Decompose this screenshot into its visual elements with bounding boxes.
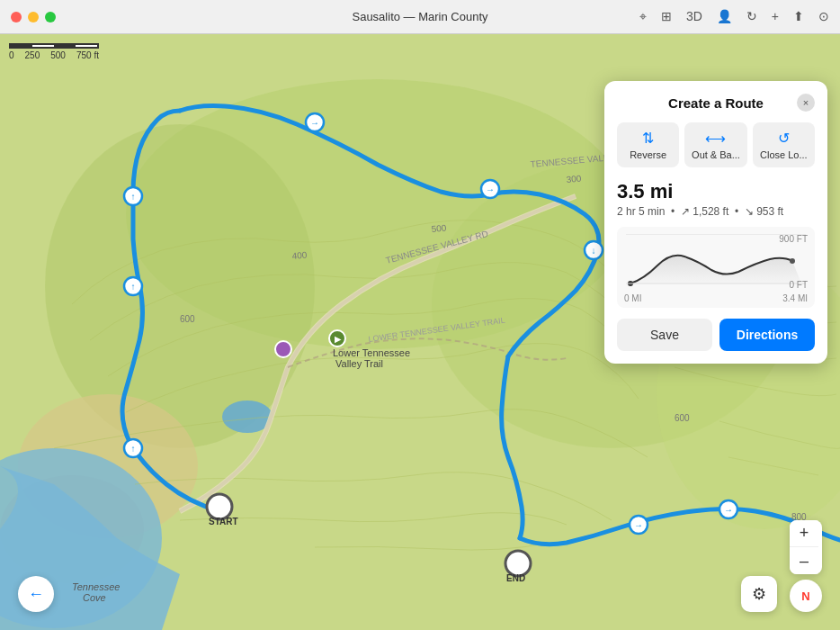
elevation-y-bottom: 0 FT: [779, 280, 808, 290]
map-controls: + – N: [790, 520, 822, 612]
svg-point-42: [207, 494, 232, 519]
svg-text:→: →: [486, 184, 495, 194]
panel-header: Create a Route ×: [617, 94, 815, 112]
titlebar-toolbar: ⌖ ⊞ 3D 👤 ↻ + ⬆ ⊙: [639, 9, 829, 24]
close-loop-icon: ↺: [778, 130, 790, 147]
svg-text:↓: ↓: [592, 246, 596, 256]
elevation-x-start: 0 MI: [624, 293, 641, 303]
svg-text:→: →: [634, 520, 643, 530]
compass-button[interactable]: N: [790, 580, 822, 612]
svg-text:Tennessee: Tennessee: [72, 581, 120, 592]
scale-label-750: 750 ft: [76, 50, 99, 60]
svg-text:400: 400: [291, 250, 308, 261]
directions-button[interactable]: Directions: [719, 319, 815, 351]
panel-close-button[interactable]: ×: [797, 94, 815, 112]
scale-label-0: 0: [9, 50, 14, 60]
route-actions: ⇅ Reverse ⟷ Out & Ba... ↺ Close Lo...: [617, 122, 815, 167]
elevation-x-labels: 0 MI 3.4 MI: [624, 293, 808, 303]
zoom-out-button[interactable]: –: [790, 547, 818, 574]
route-stats: 3.5 mi 2 hr 5 min • ↗ 1,528 ft • ↘ 953 f…: [617, 180, 815, 218]
elevation-y-top: 900 FT: [779, 234, 808, 244]
elevation-y-labels: 900 FT 0 FT: [779, 234, 808, 290]
close-loop-label: Close Lo...: [760, 149, 808, 160]
route-time: 2 hr 5 min: [617, 205, 665, 218]
svg-text:Cove: Cove: [83, 592, 106, 603]
person-icon[interactable]: 👤: [717, 9, 732, 24]
route-buttons: Save Directions: [617, 319, 815, 351]
route-elevation-up: ↗ 1,528 ft: [681, 205, 728, 218]
filter-icon: ⚙: [752, 584, 766, 604]
svg-text:500: 500: [431, 223, 447, 234]
close-window-button[interactable]: [11, 12, 22, 22]
map-layers-icon[interactable]: ⊞: [661, 9, 672, 24]
route-panel: Create a Route × ⇅ Reverse ⟷ Out & Ba...…: [604, 81, 827, 364]
window-title: Sausalito — Marin County: [352, 10, 487, 23]
zoom-controls: + –: [790, 520, 822, 574]
map-container[interactable]: ↑ ↑ ↑ → → ↓ → → ▶ 400 500 300 300 600 60…: [0, 34, 840, 630]
svg-text:600: 600: [675, 413, 690, 423]
route-details: 2 hr 5 min • ↗ 1,528 ft • ↘ 953 ft: [617, 205, 815, 218]
out-back-icon: ⟷: [705, 130, 726, 147]
elevation-chart: 900 FT 0 FT: [617, 227, 815, 308]
elevation-x-end: 3.4 MI: [782, 293, 808, 303]
titlebar: Sausalito — Marin County ⌖ ⊞ 3D 👤 ↻ + ⬆ …: [0, 0, 840, 34]
reverse-icon: ⇅: [642, 130, 654, 147]
scale-bar: 0 250 500 750 ft: [9, 43, 99, 60]
route-distance: 3.5 mi: [617, 180, 815, 203]
svg-point-46: [275, 341, 291, 357]
location-icon[interactable]: ⌖: [639, 9, 647, 24]
share-icon[interactable]: ⬆: [793, 9, 804, 24]
svg-text:↑: ↑: [131, 444, 136, 454]
window-controls: [11, 12, 56, 22]
svg-text:END: END: [506, 573, 525, 583]
zoom-in-button[interactable]: +: [790, 520, 818, 547]
back-icon: ←: [28, 585, 44, 604]
route-elevation-down: ↘ 953 ft: [745, 205, 783, 218]
add-icon[interactable]: +: [772, 9, 779, 24]
svg-text:300: 300: [566, 174, 582, 184]
svg-text:↑: ↑: [131, 282, 136, 292]
scale-label-500: 500: [50, 50, 66, 60]
svg-text:→: →: [310, 118, 319, 128]
minimize-window-button[interactable]: [28, 12, 39, 22]
back-button[interactable]: ←: [18, 576, 54, 612]
filter-button[interactable]: ⚙: [741, 576, 777, 612]
svg-text:600: 600: [180, 314, 195, 324]
save-button[interactable]: Save: [617, 319, 712, 351]
svg-text:START: START: [209, 517, 238, 526]
svg-text:Valley Trail: Valley Trail: [335, 358, 383, 369]
out-back-label: Out & Ba...: [692, 149, 740, 160]
out-back-button[interactable]: ⟷ Out & Ba...: [684, 122, 746, 167]
close-loop-button[interactable]: ↺ Close Lo...: [753, 122, 815, 167]
refresh-icon[interactable]: ↻: [746, 9, 757, 24]
compass-icon: N: [801, 590, 809, 603]
account-icon[interactable]: ⊙: [818, 9, 829, 24]
scale-label-250: 250: [25, 50, 40, 60]
maximize-window-button[interactable]: [45, 12, 56, 22]
svg-text:→: →: [724, 505, 733, 515]
svg-point-44: [505, 551, 531, 576]
svg-text:↑: ↑: [131, 192, 136, 202]
reverse-label: Reverse: [630, 149, 666, 160]
panel-title: Create a Route: [635, 95, 797, 111]
svg-text:Lower Tennessee: Lower Tennessee: [333, 347, 410, 358]
3d-icon[interactable]: 3D: [686, 9, 702, 24]
svg-text:▶: ▶: [335, 335, 342, 344]
reverse-button[interactable]: ⇅ Reverse: [617, 122, 679, 167]
